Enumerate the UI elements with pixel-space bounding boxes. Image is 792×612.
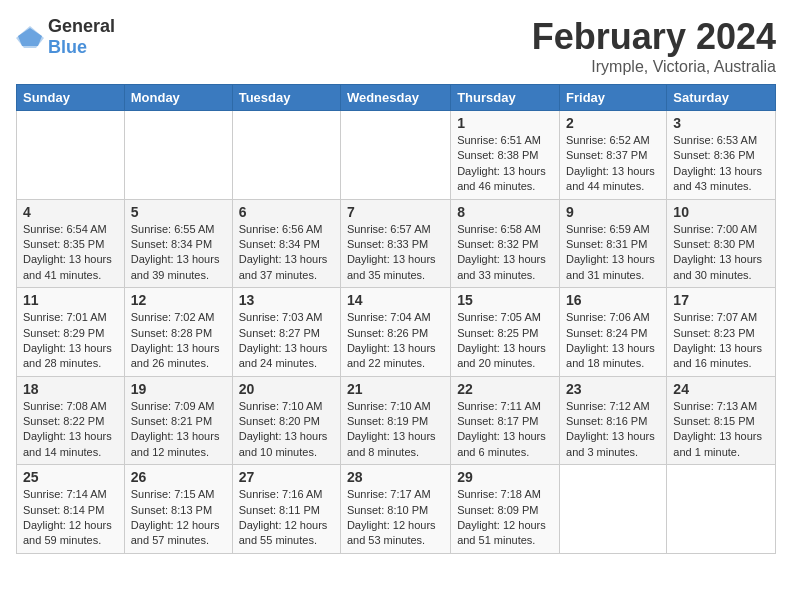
day-number: 10 [673,204,769,220]
day-number: 13 [239,292,334,308]
day-number: 22 [457,381,553,397]
day-info: Sunrise: 7:18 AMSunset: 8:09 PMDaylight:… [457,487,553,549]
weekday-header-sunday: Sunday [17,85,125,111]
logo: General Blue [16,16,115,58]
calendar-cell: 21Sunrise: 7:10 AMSunset: 8:19 PMDayligh… [340,376,450,465]
day-info: Sunrise: 7:00 AMSunset: 8:30 PMDaylight:… [673,222,769,284]
day-info: Sunrise: 7:15 AMSunset: 8:13 PMDaylight:… [131,487,226,549]
calendar-cell: 26Sunrise: 7:15 AMSunset: 8:13 PMDayligh… [124,465,232,554]
calendar-cell: 17Sunrise: 7:07 AMSunset: 8:23 PMDayligh… [667,288,776,377]
day-number: 26 [131,469,226,485]
calendar-cell [340,111,450,200]
day-info: Sunrise: 7:07 AMSunset: 8:23 PMDaylight:… [673,310,769,372]
month-title: February 2024 [532,16,776,58]
logo-blue: Blue [48,37,87,57]
day-info: Sunrise: 7:10 AMSunset: 8:19 PMDaylight:… [347,399,444,461]
day-number: 12 [131,292,226,308]
calendar-cell: 24Sunrise: 7:13 AMSunset: 8:15 PMDayligh… [667,376,776,465]
day-info: Sunrise: 7:06 AMSunset: 8:24 PMDaylight:… [566,310,660,372]
calendar-cell: 20Sunrise: 7:10 AMSunset: 8:20 PMDayligh… [232,376,340,465]
weekday-header-saturday: Saturday [667,85,776,111]
day-number: 29 [457,469,553,485]
day-number: 9 [566,204,660,220]
calendar-cell: 13Sunrise: 7:03 AMSunset: 8:27 PMDayligh… [232,288,340,377]
calendar-table: SundayMondayTuesdayWednesdayThursdayFrid… [16,84,776,554]
svg-marker-1 [16,26,44,48]
day-number: 20 [239,381,334,397]
calendar-cell: 15Sunrise: 7:05 AMSunset: 8:25 PMDayligh… [451,288,560,377]
day-number: 6 [239,204,334,220]
calendar-cell [560,465,667,554]
weekday-header-tuesday: Tuesday [232,85,340,111]
calendar-cell: 1Sunrise: 6:51 AMSunset: 8:38 PMDaylight… [451,111,560,200]
day-info: Sunrise: 7:05 AMSunset: 8:25 PMDaylight:… [457,310,553,372]
day-number: 23 [566,381,660,397]
day-number: 25 [23,469,118,485]
calendar-cell [17,111,125,200]
day-info: Sunrise: 7:12 AMSunset: 8:16 PMDaylight:… [566,399,660,461]
location-title: Irymple, Victoria, Australia [532,58,776,76]
week-row-1: 1Sunrise: 6:51 AMSunset: 8:38 PMDaylight… [17,111,776,200]
week-row-4: 18Sunrise: 7:08 AMSunset: 8:22 PMDayligh… [17,376,776,465]
calendar-cell: 7Sunrise: 6:57 AMSunset: 8:33 PMDaylight… [340,199,450,288]
calendar-cell: 29Sunrise: 7:18 AMSunset: 8:09 PMDayligh… [451,465,560,554]
day-info: Sunrise: 6:53 AMSunset: 8:36 PMDaylight:… [673,133,769,195]
calendar-cell: 22Sunrise: 7:11 AMSunset: 8:17 PMDayligh… [451,376,560,465]
day-number: 1 [457,115,553,131]
weekday-header-friday: Friday [560,85,667,111]
day-info: Sunrise: 6:51 AMSunset: 8:38 PMDaylight:… [457,133,553,195]
calendar-cell: 19Sunrise: 7:09 AMSunset: 8:21 PMDayligh… [124,376,232,465]
day-number: 16 [566,292,660,308]
calendar-cell: 28Sunrise: 7:17 AMSunset: 8:10 PMDayligh… [340,465,450,554]
day-info: Sunrise: 6:57 AMSunset: 8:33 PMDaylight:… [347,222,444,284]
week-row-2: 4Sunrise: 6:54 AMSunset: 8:35 PMDaylight… [17,199,776,288]
day-number: 7 [347,204,444,220]
day-info: Sunrise: 7:08 AMSunset: 8:22 PMDaylight:… [23,399,118,461]
calendar-cell: 9Sunrise: 6:59 AMSunset: 8:31 PMDaylight… [560,199,667,288]
day-number: 11 [23,292,118,308]
day-info: Sunrise: 6:54 AMSunset: 8:35 PMDaylight:… [23,222,118,284]
calendar-cell: 14Sunrise: 7:04 AMSunset: 8:26 PMDayligh… [340,288,450,377]
day-info: Sunrise: 7:17 AMSunset: 8:10 PMDaylight:… [347,487,444,549]
day-info: Sunrise: 7:02 AMSunset: 8:28 PMDaylight:… [131,310,226,372]
day-info: Sunrise: 7:10 AMSunset: 8:20 PMDaylight:… [239,399,334,461]
day-number: 5 [131,204,226,220]
day-info: Sunrise: 6:55 AMSunset: 8:34 PMDaylight:… [131,222,226,284]
day-info: Sunrise: 7:04 AMSunset: 8:26 PMDaylight:… [347,310,444,372]
calendar-cell [232,111,340,200]
day-info: Sunrise: 7:11 AMSunset: 8:17 PMDaylight:… [457,399,553,461]
day-number: 21 [347,381,444,397]
weekday-header-thursday: Thursday [451,85,560,111]
calendar-cell: 3Sunrise: 6:53 AMSunset: 8:36 PMDaylight… [667,111,776,200]
calendar-cell: 2Sunrise: 6:52 AMSunset: 8:37 PMDaylight… [560,111,667,200]
calendar-cell: 27Sunrise: 7:16 AMSunset: 8:11 PMDayligh… [232,465,340,554]
day-number: 8 [457,204,553,220]
day-number: 4 [23,204,118,220]
calendar-cell: 25Sunrise: 7:14 AMSunset: 8:14 PMDayligh… [17,465,125,554]
calendar-cell [124,111,232,200]
calendar-cell: 10Sunrise: 7:00 AMSunset: 8:30 PMDayligh… [667,199,776,288]
day-info: Sunrise: 7:01 AMSunset: 8:29 PMDaylight:… [23,310,118,372]
calendar-cell: 16Sunrise: 7:06 AMSunset: 8:24 PMDayligh… [560,288,667,377]
day-number: 27 [239,469,334,485]
calendar-cell: 23Sunrise: 7:12 AMSunset: 8:16 PMDayligh… [560,376,667,465]
day-number: 2 [566,115,660,131]
day-info: Sunrise: 7:09 AMSunset: 8:21 PMDaylight:… [131,399,226,461]
day-number: 18 [23,381,118,397]
day-number: 28 [347,469,444,485]
calendar-cell: 6Sunrise: 6:56 AMSunset: 8:34 PMDaylight… [232,199,340,288]
logo-text: General Blue [48,16,115,58]
day-number: 15 [457,292,553,308]
calendar-cell: 4Sunrise: 6:54 AMSunset: 8:35 PMDaylight… [17,199,125,288]
header: General Blue February 2024 Irymple, Vict… [16,16,776,76]
week-row-3: 11Sunrise: 7:01 AMSunset: 8:29 PMDayligh… [17,288,776,377]
logo-general: General [48,16,115,36]
week-row-5: 25Sunrise: 7:14 AMSunset: 8:14 PMDayligh… [17,465,776,554]
logo-icon [16,26,44,48]
day-info: Sunrise: 7:13 AMSunset: 8:15 PMDaylight:… [673,399,769,461]
day-info: Sunrise: 7:14 AMSunset: 8:14 PMDaylight:… [23,487,118,549]
day-number: 3 [673,115,769,131]
weekday-header-row: SundayMondayTuesdayWednesdayThursdayFrid… [17,85,776,111]
day-info: Sunrise: 6:59 AMSunset: 8:31 PMDaylight:… [566,222,660,284]
calendar-cell: 12Sunrise: 7:02 AMSunset: 8:28 PMDayligh… [124,288,232,377]
